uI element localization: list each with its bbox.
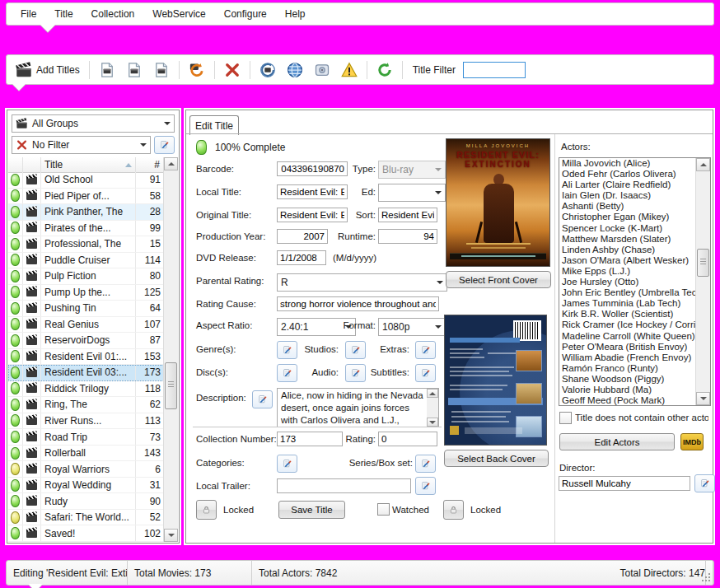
- status-column-header[interactable]: [8, 157, 23, 172]
- actor-item[interactable]: Joe Hursley (Otto): [559, 277, 710, 287]
- title-list-row[interactable]: Resident Evil 01:... 153: [8, 349, 164, 366]
- count-column-header[interactable]: #: [136, 157, 164, 172]
- rotate-title-button[interactable]: [255, 58, 280, 82]
- title-list-row[interactable]: Road Trip 73: [8, 429, 164, 446]
- actor-item[interactable]: Matthew Marsden (Slater): [559, 234, 710, 245]
- rating-cause-field[interactable]: [277, 296, 439, 311]
- scrollbar-thumb[interactable]: [697, 249, 709, 277]
- edit-categories-button[interactable]: [277, 455, 297, 473]
- actor-item[interactable]: Iain Glen (Dr. Isaacs): [559, 190, 710, 201]
- scroll-down-arrow[interactable]: [427, 418, 438, 427]
- actor-item[interactable]: Linden Ashby (Chase): [559, 245, 710, 255]
- actor-item[interactable]: Oded Fehr (Carlos Olivera): [559, 169, 710, 180]
- actor-item[interactable]: Milla Jovovich (Alice): [559, 158, 710, 169]
- actor-item[interactable]: Rick Cramer (Ice Hockey / Corridor: [559, 320, 710, 330]
- add-titles-button[interactable]: Add Titles: [12, 58, 84, 82]
- format-dropdown[interactable]: 1080p: [378, 318, 446, 336]
- title-list-row[interactable]: Puddle Cruiser 114: [8, 253, 164, 269]
- actor-item[interactable]: Geoff Meed (Pock Mark): [559, 395, 710, 406]
- title-list-row[interactable]: Rollerball 143: [8, 446, 164, 462]
- scroll-up-arrow[interactable]: [427, 389, 438, 398]
- menu-item[interactable]: File: [12, 5, 45, 23]
- edit-series-button[interactable]: [415, 455, 436, 473]
- dvd-release-field[interactable]: [277, 250, 326, 265]
- actor-item[interactable]: Madeline Carroll (White Queen): [559, 331, 710, 342]
- actor-item[interactable]: Shane Woodson (Piggy): [559, 374, 710, 385]
- menu-item[interactable]: Title: [45, 5, 82, 23]
- actor-item[interactable]: James Tumminia (Lab Tech): [559, 298, 710, 309]
- local-trailer-field[interactable]: [277, 478, 411, 493]
- load-title-doc-button[interactable]: [149, 58, 174, 82]
- title-list-row[interactable]: Safari: The World... 52: [8, 510, 164, 526]
- actor-item[interactable]: Mike Epps (L.J.): [559, 266, 710, 277]
- type-column-header[interactable]: [23, 157, 41, 172]
- title-list-row[interactable]: ReservoirDogs 87: [8, 333, 164, 349]
- director-field[interactable]: [559, 476, 690, 491]
- scroll-down-arrow[interactable]: [696, 392, 710, 405]
- menu-item[interactable]: Collection: [82, 5, 144, 23]
- group-selector[interactable]: All Groups: [12, 114, 175, 133]
- title-list-row[interactable]: Riddick Trilogy 118: [8, 381, 164, 398]
- actor-item[interactable]: Valorie Hubbard (Ma): [559, 385, 710, 395]
- parental-rating-dropdown[interactable]: R: [277, 273, 447, 292]
- sync-button[interactable]: [372, 58, 397, 82]
- delete-title-button[interactable]: [220, 58, 245, 82]
- runtime-field[interactable]: [378, 229, 437, 244]
- menu-item[interactable]: Help: [276, 5, 315, 23]
- update-from-web-button[interactable]: [95, 58, 119, 82]
- title-list-row[interactable]: Saved! 102: [8, 525, 164, 542]
- title-list-row[interactable]: Pushing Tin 64: [8, 301, 164, 317]
- actor-item[interactable]: Spencer Locke (K-Mart): [559, 223, 710, 234]
- title-list-row[interactable]: Resident Evil 03:... 173: [8, 365, 164, 381]
- save-title-doc-button[interactable]: [122, 58, 147, 82]
- edit-extras-button[interactable]: [415, 341, 436, 359]
- scroll-down-arrow[interactable]: [164, 529, 178, 542]
- edit-director-button[interactable]: [694, 474, 715, 492]
- resize-grip[interactable]: [701, 572, 711, 582]
- edition-dropdown[interactable]: [378, 184, 446, 202]
- title-list-row[interactable]: Rudy 90: [8, 493, 164, 510]
- actors-scrollbar[interactable]: [695, 158, 710, 405]
- description-scrollbar[interactable]: [427, 389, 438, 427]
- select-front-cover-button[interactable]: Select Front Cover: [446, 271, 551, 288]
- scrollbar-thumb[interactable]: [165, 362, 177, 409]
- menu-item[interactable]: Configure: [215, 5, 276, 23]
- select-back-cover-button[interactable]: Select Back Cover: [444, 450, 549, 467]
- lock-title-button[interactable]: [196, 500, 217, 520]
- sort-field[interactable]: [378, 208, 437, 222]
- tab-edit-title[interactable]: Edit Title: [189, 115, 239, 135]
- edit-description-button[interactable]: [252, 390, 273, 408]
- web-lookup-button[interactable]: [283, 58, 307, 82]
- title-list-row[interactable]: Royal Warriors 6: [8, 461, 164, 478]
- edit-subtitles-button[interactable]: [415, 364, 436, 382]
- title-list-scrollbar[interactable]: [163, 157, 178, 542]
- actor-item[interactable]: Ramón Franco (Runty): [559, 363, 710, 374]
- rating-field[interactable]: [378, 432, 437, 446]
- save-title-button[interactable]: Save Title: [278, 501, 345, 519]
- title-list-row[interactable]: Pink Panther, The 28: [8, 204, 164, 221]
- no-other-actors-checkbox[interactable]: [559, 412, 572, 424]
- title-filter-input[interactable]: [463, 62, 526, 78]
- actor-item[interactable]: Ashanti (Betty): [559, 201, 710, 212]
- actor-item[interactable]: Peter O'Meara (British Envoy): [559, 342, 710, 352]
- title-list-row[interactable]: Old School 91: [8, 172, 164, 189]
- title-list-row[interactable]: Pump Up the... 125: [8, 285, 164, 301]
- title-list-row[interactable]: Real Genius 107: [8, 317, 164, 334]
- browse-trailer-button[interactable]: [415, 477, 436, 495]
- actor-item[interactable]: Jason O'Mara (Albert Wesker): [559, 255, 710, 266]
- menu-item[interactable]: WebService: [143, 5, 214, 23]
- type-dropdown[interactable]: Blu-ray: [378, 161, 446, 179]
- scroll-up-arrow[interactable]: [164, 157, 178, 170]
- edit-actors-button[interactable]: Edit Actors: [559, 433, 675, 450]
- actor-item[interactable]: William Abadie (French Envoy): [559, 352, 710, 363]
- actor-item[interactable]: Ali Larter (Claire Redfield): [559, 180, 710, 190]
- title-list-row[interactable]: Royal Wedding 31: [8, 478, 164, 494]
- imdb-button[interactable]: IMDb: [680, 433, 704, 450]
- title-list-row[interactable]: Professional, The 15: [8, 236, 164, 253]
- actor-item[interactable]: John Eric Bentley (Umbrella Tech): [559, 287, 710, 298]
- title-list-row[interactable]: Ring, The 62: [8, 397, 164, 413]
- disc-drive-button[interactable]: [310, 58, 334, 82]
- watched-checkbox[interactable]: [377, 503, 390, 516]
- title-column-header[interactable]: Title: [41, 157, 136, 172]
- description-field[interactable]: Alice, now in hiding in the Nevada deser…: [277, 388, 439, 427]
